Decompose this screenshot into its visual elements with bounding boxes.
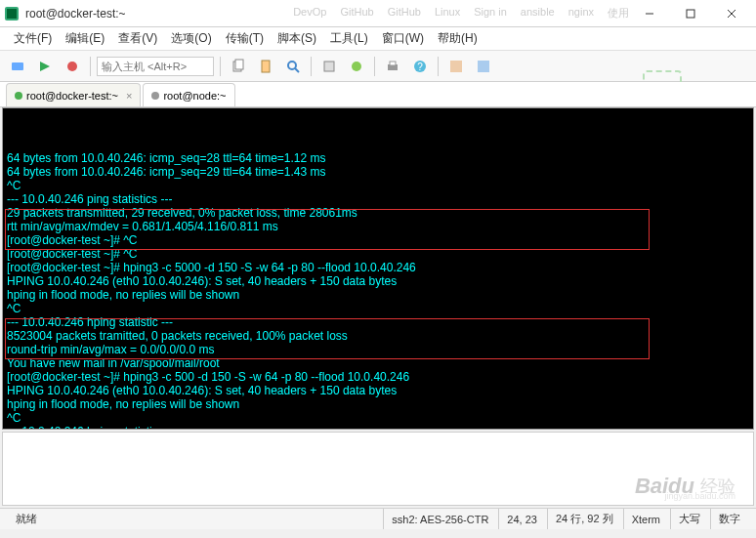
session-options-icon[interactable]	[345, 55, 368, 78]
tool-icon-2[interactable]	[472, 55, 495, 78]
status-size: 24 行, 92 列	[547, 509, 621, 529]
properties-icon[interactable]	[317, 55, 341, 78]
status-caps: 大写	[670, 509, 708, 529]
svg-rect-16	[390, 62, 396, 65]
menu-tools[interactable]: 工具(L)	[324, 28, 374, 49]
svg-point-7	[67, 62, 77, 71]
maximize-button[interactable]	[670, 0, 711, 27]
minimize-button[interactable]	[629, 0, 670, 27]
svg-rect-3	[687, 10, 694, 18]
watermark-url: jingyan.baidu.com	[664, 491, 735, 501]
title-bar: root@docker-test:~ DevOpGitHubGitHubLinu…	[0, 0, 756, 27]
tab-docker-test[interactable]: root@docker-test:~ ×	[6, 83, 141, 106]
svg-text:?: ?	[417, 62, 423, 72]
app-icon	[4, 6, 20, 21]
close-icon[interactable]: ×	[126, 90, 132, 102]
session-tabs: root@docker-test:~ × root@node:~	[0, 82, 756, 107]
disconnect-icon[interactable]	[61, 55, 84, 78]
menu-help[interactable]: 帮助(H)	[432, 28, 483, 49]
tab-label: root@node:~	[163, 90, 226, 102]
status-ready: 就绪	[8, 509, 45, 529]
close-button[interactable]	[711, 0, 752, 27]
tab-node[interactable]: root@node:~	[143, 83, 234, 106]
help-icon[interactable]: ?	[408, 55, 432, 78]
menu-options[interactable]: 选项(O)	[165, 28, 217, 49]
lower-panel: Baidu 经验 jingyan.baidu.com	[2, 432, 754, 506]
svg-line-12	[295, 68, 299, 72]
menu-bar: 文件(F) 编辑(E) 查看(V) 选项(O) 传输(T) 脚本(S) 工具(L…	[0, 27, 756, 51]
svg-rect-10	[262, 61, 270, 72]
menu-transfer[interactable]: 传输(T)	[220, 28, 270, 49]
status-term: Xterm	[623, 509, 668, 529]
menu-file[interactable]: 文件(F)	[8, 28, 58, 49]
connect-icon[interactable]	[6, 55, 29, 78]
status-connection: ssh2: AES-256-CTR	[383, 509, 496, 529]
tool-icon-1[interactable]	[444, 55, 468, 78]
paste-icon[interactable]	[254, 55, 277, 78]
menu-script[interactable]: 脚本(S)	[272, 28, 322, 49]
find-icon[interactable]	[281, 55, 305, 78]
svg-rect-13	[324, 62, 334, 71]
quick-connect-icon[interactable]	[33, 55, 57, 78]
window-title: root@docker-test:~	[25, 7, 293, 21]
menu-view[interactable]: 查看(V)	[112, 28, 163, 49]
menu-window[interactable]: 窗口(W)	[376, 28, 430, 49]
svg-point-11	[288, 62, 296, 69]
svg-rect-20	[478, 61, 489, 72]
status-num: 数字	[710, 509, 748, 529]
svg-rect-19	[450, 61, 462, 72]
terminal-output[interactable]: 64 bytes from 10.0.40.246: icmp_seq=28 t…	[2, 107, 754, 430]
svg-rect-6	[12, 62, 23, 70]
status-dot-icon	[151, 92, 159, 100]
status-dot-icon	[15, 92, 22, 100]
status-cursor-pos: 24, 23	[498, 509, 545, 529]
menu-edit[interactable]: 编辑(E)	[60, 28, 110, 49]
tab-label: root@docker-test:~	[26, 90, 118, 102]
svg-point-14	[352, 62, 361, 71]
svg-rect-9	[235, 60, 243, 69]
copy-icon[interactable]	[227, 55, 250, 78]
host-input[interactable]	[97, 57, 214, 76]
svg-rect-1	[7, 9, 17, 19]
print-icon[interactable]	[381, 55, 404, 78]
ghost-browser-tabs: DevOpGitHubGitHubLinuxSign inansiblengin…	[293, 6, 629, 21]
status-bar: 就绪 ssh2: AES-256-CTR 24, 23 24 行, 92 列 X…	[0, 508, 756, 529]
watermark: Baidu 经验 jingyan.baidu.com	[635, 474, 735, 499]
